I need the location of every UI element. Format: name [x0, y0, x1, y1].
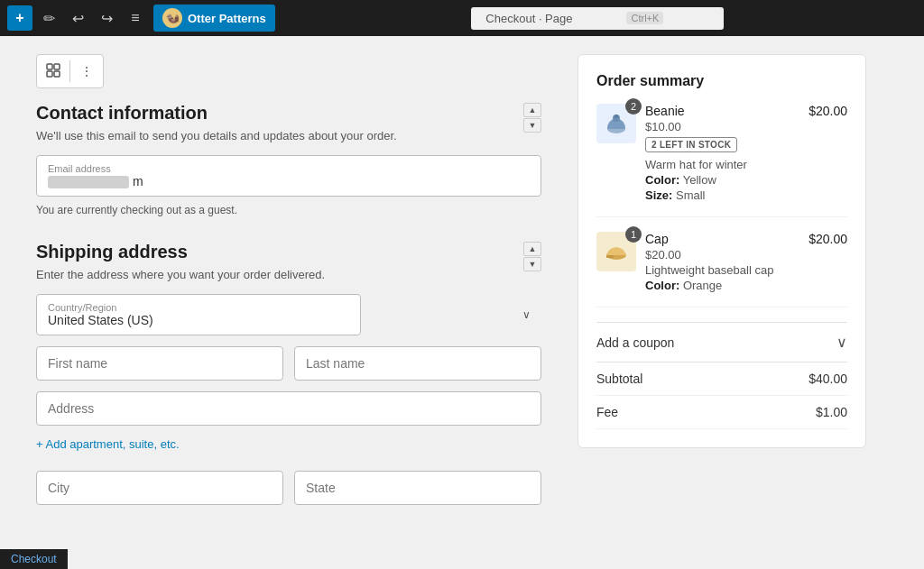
search-text: Checkout · Page [485, 12, 572, 25]
apartment-link[interactable]: + Add apartment, suite, etc. [36, 437, 180, 451]
search-bar: Checkout · Page Ctrl+K [279, 7, 917, 30]
subtotal-label: Subtotal [596, 372, 642, 386]
undo-button[interactable]: ↩ [65, 5, 90, 31]
product-name-beanie: Beanie [645, 104, 685, 118]
order-summary: Order summary 2 Beanie [578, 54, 866, 448]
first-name-input[interactable] [36, 346, 283, 381]
product-name-price-beanie: Beanie $20.00 [645, 104, 847, 118]
address-input[interactable] [36, 391, 541, 426]
shipping-section-header: Shipping address Enter the address where… [36, 242, 541, 294]
svg-rect-2 [47, 71, 52, 77]
product-color-beanie: Color: Yellow [645, 173, 847, 187]
contact-down-arrow[interactable]: ▼ [523, 118, 541, 133]
undo-icon: ↩ [72, 10, 84, 27]
pencil-icon: ✏ [43, 10, 55, 27]
contact-up-arrow[interactable]: ▲ [523, 103, 541, 117]
more-icon: ⋮ [80, 64, 93, 78]
product-row: 2 Beanie $20.00 $10.00 2 LEFT IN STOCK W… [596, 104, 847, 217]
editor-area: ⋮ Contact information We'll use this ema… [0, 36, 924, 569]
shipping-up-arrow[interactable]: ▲ [523, 242, 541, 256]
product-desc-cap: Lightweight baseball cap [645, 263, 847, 277]
svg-rect-8 [606, 255, 614, 258]
country-select-wrapper: Country/Region United States (US) ∨ [36, 294, 541, 335]
product-image-wrapper-cap: 1 [596, 232, 636, 271]
menu-icon: ≡ [131, 10, 139, 26]
pencil-button[interactable]: ✏ [36, 5, 61, 31]
product-unit-price-cap: $20.00 [645, 248, 847, 262]
email-label: Email address [48, 163, 530, 174]
product-name-price-cap: Cap $20.00 [645, 232, 847, 246]
toolbar: + ✏ ↩ ↪ ≡ 🦦 Otter Patterns Checkout · Pa… [0, 0, 924, 36]
shipping-title: Shipping address [36, 242, 325, 262]
brand-button[interactable]: 🦦 Otter Patterns [153, 5, 275, 32]
contact-section: Contact information We'll use this email… [36, 103, 397, 155]
name-row [36, 346, 541, 381]
product-desc-beanie: Warm hat for winter [645, 158, 847, 171]
product-total-cap: $20.00 [808, 232, 847, 246]
coupon-label: Add a coupon [596, 335, 674, 350]
menu-button[interactable]: ≡ [123, 5, 148, 31]
content-area: ⋮ Contact information We'll use this ema… [0, 36, 578, 569]
contact-arrows: ▲ ▼ [523, 103, 541, 133]
stock-badge-beanie: 2 LEFT IN STOCK [645, 137, 737, 152]
redo-icon: ↪ [101, 10, 113, 27]
block-toolbar: ⋮ [36, 54, 104, 88]
guest-notice: You are currently checking out as a gues… [36, 204, 541, 216]
keyboard-shortcut: Ctrl+K [626, 12, 663, 24]
shipping-arrows: ▲ ▼ [523, 242, 541, 271]
shipping-description: Enter the address where you want your or… [36, 268, 325, 281]
city-state-row [36, 471, 541, 505]
product-info-beanie: Beanie $20.00 $10.00 2 LEFT IN STOCK War… [645, 104, 847, 202]
email-value: m [48, 174, 530, 188]
add-button[interactable]: + [7, 5, 32, 31]
svg-rect-3 [54, 71, 60, 77]
contact-title: Contact information [36, 103, 397, 124]
fee-row: Fee $1.00 [596, 396, 847, 429]
cap-icon [604, 239, 629, 264]
svg-point-6 [614, 115, 618, 118]
brand-name: Otter Patterns [188, 12, 266, 25]
contact-section-header: Contact information We'll use this email… [36, 103, 541, 155]
shipping-down-arrow[interactable]: ▼ [523, 257, 541, 271]
country-select[interactable]: Country/Region United States (US) [36, 294, 361, 335]
shipping-info: Shipping address Enter the address where… [36, 242, 325, 294]
product-color-cap: Color: Orange [645, 279, 847, 292]
svg-rect-1 [54, 64, 60, 69]
order-summary-title: Order summary [596, 73, 847, 89]
country-chevron-icon: ∨ [522, 308, 531, 321]
subtotal-row: Subtotal $40.00 [596, 363, 847, 396]
country-label: Country/Region [48, 302, 328, 313]
product-qty-badge-beanie: 2 [625, 98, 642, 115]
product-row-cap: 1 Cap $20.00 $20.00 Lightweight baseball… [596, 232, 847, 307]
state-input[interactable] [294, 471, 541, 505]
city-input[interactable] [36, 471, 283, 505]
block-more-button[interactable]: ⋮ [70, 55, 103, 87]
beanie-icon [604, 111, 629, 136]
block-table-button[interactable] [37, 55, 69, 87]
shipping-section: Shipping address Enter the address where… [36, 242, 541, 505]
email-input-container[interactable]: Email address m [36, 155, 541, 197]
redo-button[interactable]: ↪ [94, 5, 119, 31]
checkout-link[interactable]: Checkout [11, 553, 57, 565]
product-unit-price-beanie: $10.00 [645, 120, 847, 133]
product-qty-badge-cap: 1 [625, 226, 642, 243]
search-box[interactable]: Checkout · Page Ctrl+K [471, 7, 724, 30]
email-redacted [48, 176, 129, 188]
contact-description: We'll use this email to send you details… [36, 129, 397, 142]
product-info-cap: Cap $20.00 $20.00 Lightweight baseball c… [645, 232, 847, 292]
country-value: United States (US) [48, 313, 328, 327]
fee-label: Fee [596, 405, 618, 419]
coupon-row[interactable]: Add a coupon ∨ [596, 322, 847, 363]
product-name-cap: Cap [645, 232, 669, 246]
table-icon [46, 63, 60, 80]
last-name-input[interactable] [294, 346, 541, 381]
svg-rect-0 [47, 64, 52, 69]
fee-value: $1.00 [816, 405, 847, 419]
product-image-wrapper: 2 [596, 104, 636, 143]
email-wrapper: Email address m [36, 155, 541, 197]
subtotal-value: $40.00 [808, 372, 847, 386]
avatar: 🦦 [162, 8, 182, 28]
bottom-bar: Checkout [0, 549, 68, 569]
address-row [36, 391, 541, 426]
product-total-beanie: $20.00 [808, 104, 847, 118]
